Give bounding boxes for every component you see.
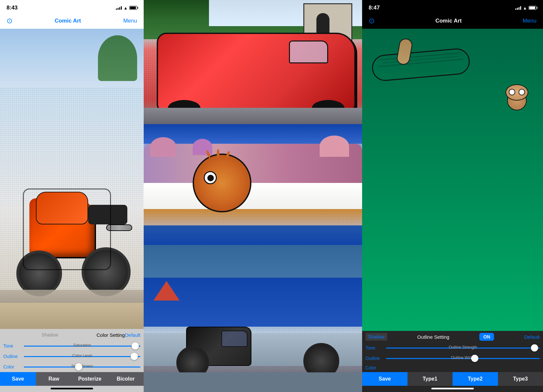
right-nav-bar: ⊙ Comic Art Menu <box>362 14 543 29</box>
left-status-icons: ▲ <box>116 6 137 10</box>
left-saturation-slider[interactable]: Saturation <box>24 342 140 350</box>
right-status-bar: 8:47 ▲ <box>362 0 543 14</box>
left-shadow-tab[interactable]: Shadow <box>3 330 97 339</box>
right-outline-label: Outline <box>365 356 383 361</box>
right-tone-row: Tone Outline Strength <box>362 343 543 353</box>
posterize-button[interactable]: Posterize <box>72 372 108 386</box>
right-app-title: Comic Art <box>435 18 462 24</box>
left-app-title: Comic Art <box>55 18 81 24</box>
right-on-button[interactable]: ON <box>479 333 494 341</box>
right-status-icons: ▲ <box>515 6 536 10</box>
right-type2-button[interactable]: Type2 <box>453 372 498 386</box>
left-settings-row: Shadow Color Setting Default <box>0 329 144 341</box>
smoothness-label: Smoothness <box>71 364 93 368</box>
left-menu-button[interactable]: Menu <box>123 18 137 24</box>
left-outline-row: Outline Color Level <box>0 351 144 362</box>
right-action-buttons: Save Type1 Type2 Type3 <box>362 372 543 386</box>
colorlevel-label: Color Level <box>72 353 92 358</box>
left-color-label: Color <box>3 364 21 369</box>
left-colorlevel-slider[interactable]: Color Level <box>24 352 140 360</box>
left-default-button[interactable]: Default <box>125 332 140 338</box>
left-outline-label: Outline <box>3 354 21 359</box>
motorcycle-image <box>0 29 144 329</box>
right-settings-row: Shadow Outline Setting ON Default <box>362 331 543 343</box>
right-color-row: Color <box>362 364 543 372</box>
right-battery-icon <box>529 6 536 10</box>
right-color-label: Color <box>365 365 376 370</box>
right-type3-button[interactable]: Type3 <box>498 372 543 386</box>
left-image-area <box>0 29 144 329</box>
right-outline-strength-slider[interactable]: Outline Strength <box>386 344 540 352</box>
left-status-bar: 8:43 ▲ <box>0 0 144 14</box>
left-time: 8:43 <box>7 5 18 11</box>
right-shadow-tab[interactable]: Shadow <box>365 333 387 341</box>
outline-strength-label: Outline Strength <box>449 345 477 350</box>
right-outline-row: Outline Outline Width <box>362 353 543 364</box>
right-tone-label: Tone <box>365 345 383 351</box>
right-default-button[interactable]: Default <box>524 334 540 340</box>
right-signal-icon <box>515 6 521 10</box>
left-nav-bar: ⊙ Comic Art Menu <box>0 14 144 29</box>
bicolor-button[interactable]: Bicolor <box>108 372 144 386</box>
left-tone-row: Tone Saturation <box>0 341 144 351</box>
left-smoothness-slider[interactable]: Smoothness <box>24 363 140 371</box>
right-settings-title: Outline Setting <box>417 334 449 340</box>
left-tone-label: Tone <box>3 343 21 349</box>
raw-button[interactable]: Raw <box>36 372 72 386</box>
right-type1-button[interactable]: Type1 <box>407 372 453 386</box>
right-wifi-icon: ▲ <box>523 6 527 10</box>
camera-icon[interactable]: ⊙ <box>7 17 12 25</box>
signal-icon <box>116 6 122 10</box>
right-controls: Shadow Outline Setting ON Default Tone O… <box>362 331 543 392</box>
save-button[interactable]: Save <box>0 372 36 386</box>
left-home-indicator <box>51 388 93 389</box>
right-phone-panel: 8:47 ▲ ⊙ Comic Art Menu <box>362 0 543 392</box>
right-menu-button[interactable]: Menu <box>522 18 536 24</box>
left-action-buttons: Save Raw Posterize Bicolor <box>0 372 144 386</box>
middle-fish-image <box>144 124 362 245</box>
right-home-indicator <box>431 388 474 389</box>
left-controls: Shadow Color Setting Default Tone Satura… <box>0 329 144 392</box>
middle-moto-sea-image <box>144 245 362 392</box>
saturation-label: Saturation <box>73 343 91 348</box>
wifi-icon: ▲ <box>123 6 128 10</box>
right-outline-width-slider[interactable]: Outline Width <box>386 354 540 362</box>
right-image-area <box>362 29 543 331</box>
left-phone-panel: 8:43 ▲ ⊙ Comic Art Menu <box>0 0 144 392</box>
middle-car-image <box>144 0 362 124</box>
battery-icon <box>129 6 137 10</box>
left-color-row: Color Smoothness <box>0 362 144 372</box>
right-camera-icon[interactable]: ⊙ <box>369 17 375 25</box>
right-save-button[interactable]: Save <box>362 372 407 386</box>
left-settings-title: Color Setting <box>97 332 125 338</box>
middle-panel <box>144 0 362 392</box>
right-time: 8:47 <box>369 5 380 11</box>
